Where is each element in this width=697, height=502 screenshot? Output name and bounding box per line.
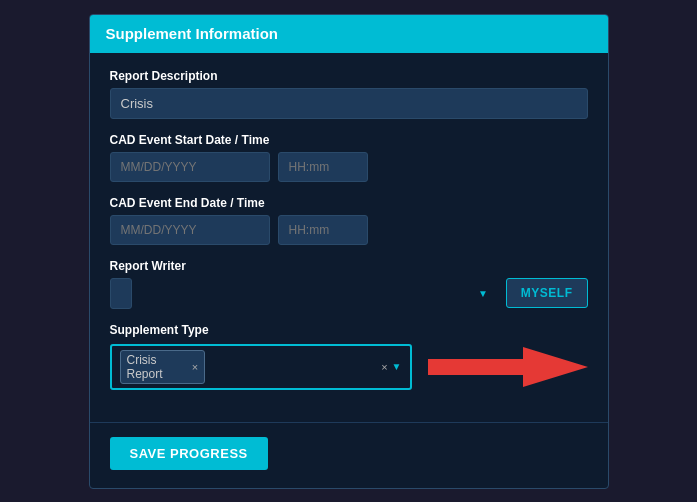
cad-end-datetime-row: [110, 215, 588, 245]
supplement-type-wrapper[interactable]: Crisis Report × × ▼: [110, 344, 412, 390]
supplement-type-tag-label: Crisis Report: [127, 353, 188, 381]
report-writer-row: MYSELF: [110, 278, 588, 309]
cad-start-date-input[interactable]: [110, 152, 270, 182]
cad-start-label: CAD Event Start Date / Time: [110, 133, 588, 147]
supplement-type-field: Crisis Report × × ▼: [110, 344, 412, 390]
modal-footer: SAVE PROGRESS: [90, 422, 608, 488]
report-writer-group: Report Writer MYSELF: [110, 259, 588, 309]
supplement-type-group: Supplement Type Crisis Report × × ▼: [110, 323, 588, 392]
red-arrow: [428, 342, 588, 392]
report-writer-select[interactable]: [110, 278, 132, 309]
supplement-information-modal: Supplement Information Report Descriptio…: [89, 14, 609, 489]
supplement-type-label: Supplement Type: [110, 323, 588, 337]
save-progress-button[interactable]: SAVE PROGRESS: [110, 437, 268, 470]
report-description-group: Report Description: [110, 69, 588, 119]
report-writer-label: Report Writer: [110, 259, 588, 273]
supplement-type-input[interactable]: [209, 359, 377, 374]
dropdown-icon[interactable]: ▼: [392, 361, 402, 372]
arrow-svg: [428, 342, 588, 392]
supplement-type-tag-close[interactable]: ×: [192, 361, 198, 373]
report-description-label: Report Description: [110, 69, 588, 83]
cad-start-datetime-row: [110, 152, 588, 182]
svg-marker-0: [428, 347, 588, 387]
clear-icon[interactable]: ×: [381, 361, 387, 373]
cad-end-time-input[interactable]: [278, 215, 368, 245]
cad-end-label: CAD Event End Date / Time: [110, 196, 588, 210]
report-description-input[interactable]: [110, 88, 588, 119]
cad-end-group: CAD Event End Date / Time: [110, 196, 588, 245]
supplement-type-controls: × ▼: [381, 361, 401, 373]
modal-body: Report Description CAD Event Start Date …: [90, 53, 608, 422]
cad-end-date-input[interactable]: [110, 215, 270, 245]
modal-title: Supplement Information: [106, 25, 279, 42]
supplement-type-row: Crisis Report × × ▼: [110, 342, 588, 392]
modal-header: Supplement Information: [90, 15, 608, 53]
report-writer-select-wrapper: [110, 278, 498, 309]
supplement-type-tag: Crisis Report ×: [120, 350, 206, 384]
cad-start-group: CAD Event Start Date / Time: [110, 133, 588, 182]
myself-button[interactable]: MYSELF: [506, 278, 588, 308]
cad-start-time-input[interactable]: [278, 152, 368, 182]
